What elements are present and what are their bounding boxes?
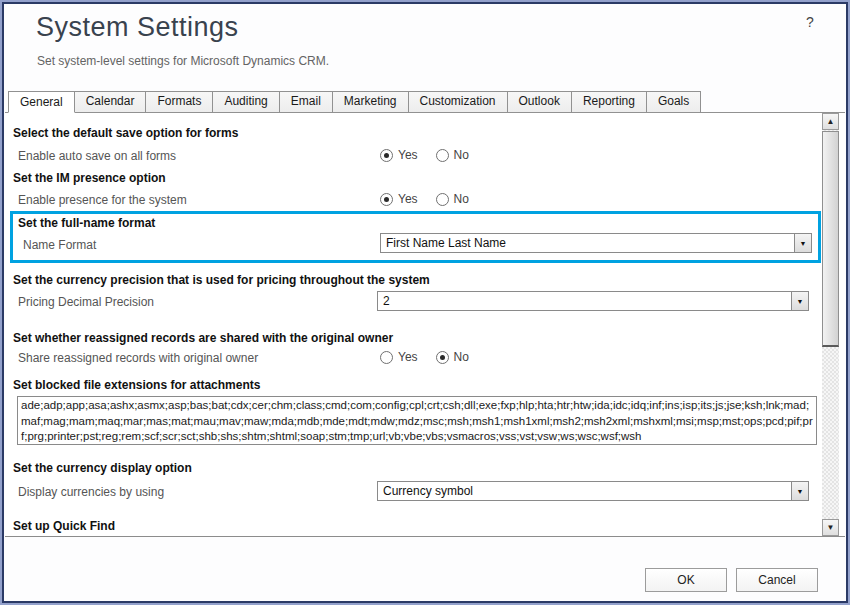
dropdown-arrow-icon[interactable]: ▼	[791, 292, 808, 310]
scroll-up-icon[interactable]: ▲	[822, 113, 839, 130]
label-name-format: Name Format	[23, 238, 96, 252]
tab-formats[interactable]: Formats	[145, 91, 213, 112]
tab-calendar[interactable]: Calendar	[74, 91, 147, 112]
section-header-save-option: Select the default save option for forms	[13, 126, 238, 140]
blocked-extensions-input[interactable]: ade;adp;app;asa;ashx;asmx;asp;bas;bat;cd…	[17, 396, 817, 445]
dropdown-arrow-icon[interactable]: ▼	[791, 482, 808, 500]
label-enable-presence: Enable presence for the system	[18, 193, 187, 207]
name-format-select[interactable]: First Name Last Name ▼	[380, 233, 812, 253]
section-header-quick-find: Set up Quick Find	[13, 519, 115, 533]
presence-radio-group: Yes No	[380, 192, 469, 206]
cancel-button[interactable]: Cancel	[736, 568, 818, 592]
radio-auto-save-no[interactable]: No	[436, 148, 469, 162]
label-enable-auto-save: Enable auto save on all forms	[18, 149, 176, 163]
tab-reporting[interactable]: Reporting	[571, 91, 647, 112]
radio-selected-icon	[436, 351, 449, 364]
scroll-down-icon[interactable]: ▼	[822, 519, 839, 536]
section-header-currency-precision: Set the currency precision that is used …	[13, 273, 430, 287]
radio-unselected-icon	[436, 193, 449, 206]
tab-marketing[interactable]: Marketing	[332, 91, 409, 112]
page-title: System Settings	[36, 12, 239, 43]
section-header-im-presence: Set the IM presence option	[13, 171, 166, 185]
dropdown-arrow-icon[interactable]: ▼	[794, 234, 811, 252]
share-reassigned-radio-group: Yes No	[380, 350, 469, 364]
section-header-full-name: Set the full-name format	[18, 216, 155, 230]
label-display-currencies: Display currencies by using	[18, 485, 164, 499]
radio-share-yes[interactable]: Yes	[380, 350, 418, 364]
auto-save-radio-group: Yes No	[380, 148, 469, 162]
currency-display-select[interactable]: Currency symbol ▼	[377, 481, 809, 501]
section-header-share-reassigned: Set whether reassigned records are share…	[13, 331, 393, 345]
vertical-scrollbar[interactable]: ▲ ▼	[822, 113, 839, 536]
scrollbar-thumb[interactable]	[822, 131, 839, 347]
radio-auto-save-yes[interactable]: Yes	[380, 148, 418, 162]
tab-email[interactable]: Email	[279, 91, 333, 112]
label-share-reassigned: Share reassigned records with original o…	[18, 351, 258, 365]
label-pricing-precision: Pricing Decimal Precision	[18, 295, 154, 309]
tab-customization[interactable]: Customization	[408, 91, 508, 112]
radio-share-no[interactable]: No	[436, 350, 469, 364]
radio-presence-yes[interactable]: Yes	[380, 192, 418, 206]
section-header-blocked-extensions: Set blocked file extensions for attachme…	[13, 378, 260, 392]
help-icon[interactable]: ?	[800, 14, 820, 34]
radio-unselected-icon	[436, 149, 449, 162]
radio-selected-icon	[380, 149, 393, 162]
general-tab-panel: Select the default save option for forms…	[5, 113, 845, 537]
radio-unselected-icon	[380, 351, 393, 364]
tabstrip: General Calendar Formats Auditing Email …	[5, 91, 845, 113]
ok-button[interactable]: OK	[645, 568, 727, 592]
tab-goals[interactable]: Goals	[646, 91, 701, 112]
radio-selected-icon	[380, 193, 393, 206]
tab-auditing[interactable]: Auditing	[212, 91, 279, 112]
full-name-format-highlight-box: Set the full-name format Name Format Fir…	[10, 211, 821, 263]
radio-presence-no[interactable]: No	[436, 192, 469, 206]
pricing-precision-select[interactable]: 2 ▼	[377, 291, 809, 311]
tab-outlook[interactable]: Outlook	[507, 91, 572, 112]
section-header-currency-display: Set the currency display option	[13, 461, 192, 475]
tab-general[interactable]: General	[8, 91, 75, 113]
system-settings-dialog: System Settings Set system-level setting…	[0, 0, 850, 605]
page-subtitle: Set system-level settings for Microsoft …	[37, 54, 329, 68]
